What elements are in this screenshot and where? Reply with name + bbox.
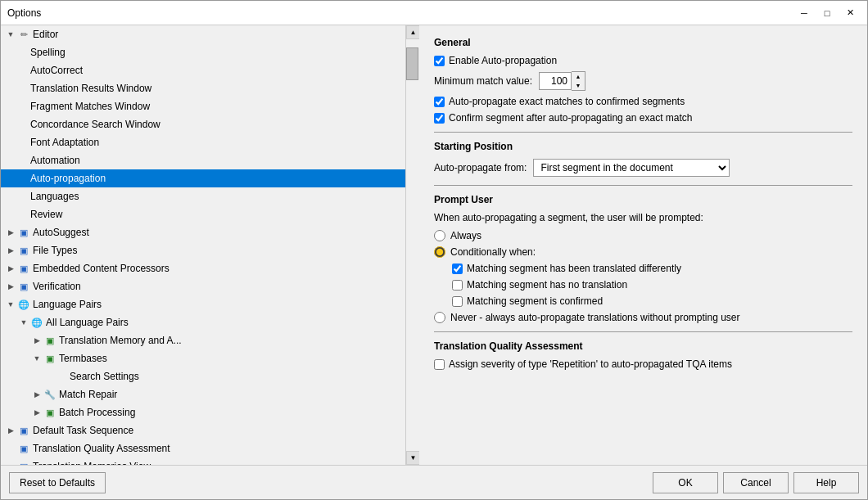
reset-to-defaults-button[interactable]: Reset to Defaults <box>9 472 106 493</box>
matching-translated-checkbox[interactable] <box>452 264 463 274</box>
assign-severity-checkbox[interactable] <box>434 359 445 370</box>
enable-autoprop-checkbox-label[interactable]: Enable Auto-propagation <box>434 55 852 66</box>
matching-translated-label[interactable]: Matching segment has been translated dif… <box>452 263 852 274</box>
matching-no-translation-label[interactable]: Matching segment has no translation <box>452 279 852 291</box>
defaulttask-icon: ▣ <box>17 424 30 437</box>
sidebar-item-languages[interactable]: Languages <box>1 187 405 205</box>
conditionally-radio[interactable] <box>434 246 445 258</box>
autoprop-exact-checkbox-label[interactable]: Auto-propagate exact matches to confirme… <box>434 96 852 107</box>
never-radio-label[interactable]: Never - always auto-propagate translatio… <box>434 312 852 323</box>
sidebar-item-spelling[interactable]: Spelling <box>1 43 405 61</box>
sidebar-item-language-pairs[interactable]: ▼ 🌐 Language Pairs <box>1 295 405 313</box>
review-label: Review <box>30 209 62 220</box>
maximize-button[interactable]: □ <box>816 5 838 21</box>
filetypes-icon: ▣ <box>17 244 30 257</box>
min-match-input[interactable] <box>539 72 572 90</box>
autoprop-exact-checkbox[interactable] <box>434 97 445 107</box>
matching-translated-text: Matching segment has been translated dif… <box>467 263 681 274</box>
sidebar-item-automation[interactable]: Automation <box>1 151 405 169</box>
sidebar-item-embedded-content[interactable]: ▶ ▣ Embedded Content Processors <box>1 259 405 277</box>
sidebar-item-translation-memories-view[interactable]: ▣ Translation Memories View <box>1 457 405 465</box>
enable-autoprop-text: Enable Auto-propagation <box>449 55 557 66</box>
bottom-bar: Reset to Defaults OK Cancel Help <box>1 465 867 499</box>
matching-confirmed-label[interactable]: Matching segment is confirmed <box>452 295 852 307</box>
always-radio-label[interactable]: Always <box>434 230 852 241</box>
conditional-options: Matching segment has been translated dif… <box>452 263 852 307</box>
sidebar-item-auto-propagation[interactable]: Auto-propagation <box>1 169 405 187</box>
sidebar-item-fragment-matches[interactable]: Fragment Matches Window <box>1 97 405 115</box>
translation-quality-label: Translation Quality Assessment <box>33 443 170 454</box>
sidebar-item-file-types[interactable]: ▶ ▣ File Types <box>1 241 405 259</box>
scroll-up-arrow[interactable]: ▲ <box>406 25 419 39</box>
sidebar-item-font-adaptation[interactable]: Font Adaptation <box>1 133 405 151</box>
sidebar-item-search-settings[interactable]: Search Settings <box>1 367 405 385</box>
spacer5 <box>17 118 30 131</box>
assign-severity-label[interactable]: Assign severity of type 'Repetition' to … <box>434 358 852 370</box>
confirm-after-text: Confirm segment after auto-propagating a… <box>449 112 693 124</box>
never-radio[interactable] <box>434 312 445 323</box>
sidebar-item-translation-results[interactable]: Translation Results Window <box>1 79 405 97</box>
spinbox-up-btn[interactable]: ▲ <box>572 72 585 81</box>
sidebar-item-verification[interactable]: ▶ ▣ Verification <box>1 277 405 295</box>
sidebar-item-termbases[interactable]: ▼ ▣ Termbases <box>1 349 405 367</box>
matchrepair-icon: 🔧 <box>43 388 57 401</box>
help-button[interactable]: Help <box>793 472 859 493</box>
sidebar-item-match-repair[interactable]: ▶ 🔧 Match Repair <box>1 385 405 403</box>
batch-processing-label: Batch Processing <box>59 407 135 418</box>
verification-icon: ▣ <box>17 280 30 293</box>
embedded-content-label: Embedded Content Processors <box>33 263 170 274</box>
sidebar-item-default-task[interactable]: ▶ ▣ Default Task Sequence <box>1 421 405 439</box>
autoprop-from-label: Auto-propagate from: <box>434 162 527 173</box>
ok-button[interactable]: OK <box>653 472 718 493</box>
expand-embedded-icon: ▶ <box>4 262 17 275</box>
spacer8 <box>17 172 30 185</box>
main-content: ▼ ✏ Editor Spelling AutoCorrect Translat… <box>1 25 867 465</box>
search-settings-label: Search Settings <box>70 371 139 382</box>
autoprop-from-row: Auto-propagate from: First segment in th… <box>434 159 852 177</box>
close-button[interactable]: ✕ <box>839 5 861 21</box>
confirm-after-checkbox[interactable] <box>434 113 445 124</box>
cancel-button[interactable]: Cancel <box>723 472 789 493</box>
expand-verification-icon: ▶ <box>4 280 17 293</box>
tqa-sidebar-icon: ▣ <box>17 442 30 455</box>
starting-position-divider <box>434 185 852 186</box>
sidebar-item-translation-quality[interactable]: ▣ Translation Quality Assessment <box>1 439 405 457</box>
spacer9 <box>17 190 30 203</box>
spinbox-down-btn[interactable]: ▼ <box>572 81 585 90</box>
autoprop-from-dropdown[interactable]: First segment in the document Current se… <box>533 159 730 177</box>
matching-no-translation-checkbox[interactable] <box>452 280 463 291</box>
spacer4 <box>17 100 30 113</box>
font-adaptation-label: Font Adaptation <box>30 137 99 148</box>
scrollbar-thumb[interactable] <box>406 47 418 80</box>
sidebar-item-autosuggest[interactable]: ▶ ▣ AutoSuggest <box>1 223 405 241</box>
spinbox-buttons: ▲ ▼ <box>572 71 585 91</box>
matching-confirmed-checkbox[interactable] <box>452 296 463 307</box>
prompt-user-description: When auto-propagating a segment, the use… <box>434 212 852 223</box>
expand-defaulttask-icon: ▶ <box>4 424 17 437</box>
scrollbar-thumb-area <box>406 39 419 451</box>
prompt-user-divider <box>434 331 852 332</box>
conditionally-radio-label[interactable]: Conditionally when: <box>434 246 852 258</box>
expand-langpairs-icon: ▼ <box>4 298 17 311</box>
min-match-spinbox: ▲ ▼ <box>539 71 585 91</box>
sidebar-item-translation-memory[interactable]: ▶ ▣ Translation Memory and A... <box>1 331 405 349</box>
minimize-button[interactable]: ─ <box>793 5 815 21</box>
translation-results-label: Translation Results Window <box>30 83 151 94</box>
confirm-after-checkbox-label[interactable]: Confirm segment after auto-propagating a… <box>434 112 852 124</box>
sidebar-item-autocorrect[interactable]: AutoCorrect <box>1 61 405 79</box>
sidebar-item-review[interactable]: Review <box>1 205 405 223</box>
scroll-down-arrow[interactable]: ▼ <box>406 451 419 465</box>
conditionally-text: Conditionally when: <box>450 246 536 258</box>
sidebar: ▼ ✏ Editor Spelling AutoCorrect Translat… <box>1 25 419 465</box>
spacer3 <box>17 82 30 95</box>
sidebar-item-concordance[interactable]: Concordance Search Window <box>1 115 405 133</box>
enable-autoprop-checkbox[interactable] <box>434 56 445 66</box>
autoprop-exact-text: Auto-propagate exact matches to confirme… <box>449 96 685 107</box>
sidebar-item-batch-processing[interactable]: ▶ ▣ Batch Processing <box>1 403 405 421</box>
verification-label: Verification <box>33 281 81 292</box>
expand-termbases-icon: ▼ <box>30 352 43 365</box>
sidebar-item-editor[interactable]: ▼ ✏ Editor <box>1 25 405 43</box>
always-radio[interactable] <box>434 230 445 241</box>
expand-editor-icon: ▼ <box>4 28 17 41</box>
sidebar-item-all-language-pairs[interactable]: ▼ 🌐 All Language Pairs <box>1 313 405 331</box>
